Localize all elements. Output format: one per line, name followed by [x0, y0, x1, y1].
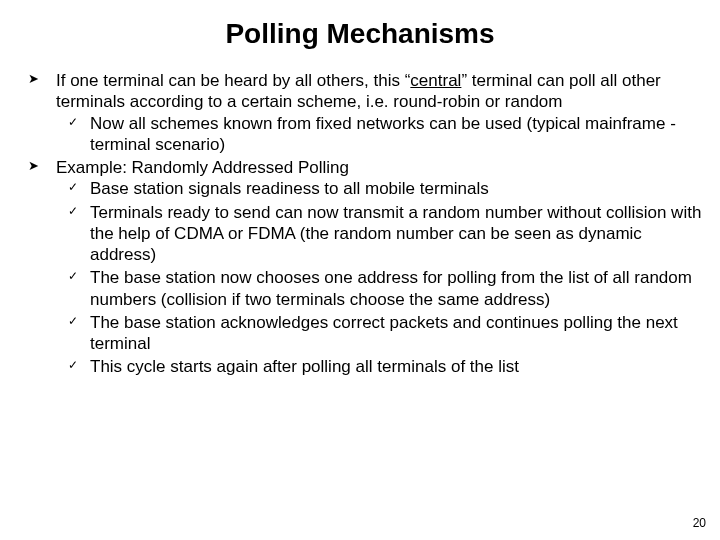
bullet-list: If one terminal can be heard by all othe… — [16, 70, 704, 378]
content-area: If one terminal can be heard by all othe… — [16, 70, 704, 378]
list-item-text: This cycle starts again after polling al… — [90, 357, 519, 376]
sub-list: Base station signals readiness to all mo… — [56, 178, 704, 377]
text-fragment: Example: Randomly Addressed Polling — [56, 158, 349, 177]
text-fragment: If one terminal can be heard by all othe… — [56, 71, 410, 90]
list-item: The base station acknowledges correct pa… — [90, 312, 704, 355]
list-item: Now all schemes known from fixed network… — [90, 113, 704, 156]
list-item: Example: Randomly Addressed Polling Base… — [56, 157, 704, 378]
underlined-text: central — [410, 71, 461, 90]
list-item: The base station now chooses one address… — [90, 267, 704, 310]
list-item-text: Example: Randomly Addressed Polling — [56, 158, 349, 177]
page-number: 20 — [693, 516, 706, 530]
list-item: Terminals ready to send can now transmit… — [90, 202, 704, 266]
list-item-text: The base station acknowledges correct pa… — [90, 313, 678, 353]
list-item-text: If one terminal can be heard by all othe… — [56, 71, 661, 111]
list-item: This cycle starts again after polling al… — [90, 356, 704, 377]
list-item-text: Now all schemes known from fixed network… — [90, 114, 676, 154]
sub-list: Now all schemes known from fixed network… — [56, 113, 704, 156]
list-item: If one terminal can be heard by all othe… — [56, 70, 704, 155]
list-item-text: Terminals ready to send can now transmit… — [90, 203, 701, 265]
slide: Polling Mechanisms If one terminal can b… — [0, 0, 720, 540]
list-item: Base station signals readiness to all mo… — [90, 178, 704, 199]
list-item-text: Base station signals readiness to all mo… — [90, 179, 489, 198]
list-item-text: The base station now chooses one address… — [90, 268, 692, 308]
page-title: Polling Mechanisms — [16, 18, 704, 50]
